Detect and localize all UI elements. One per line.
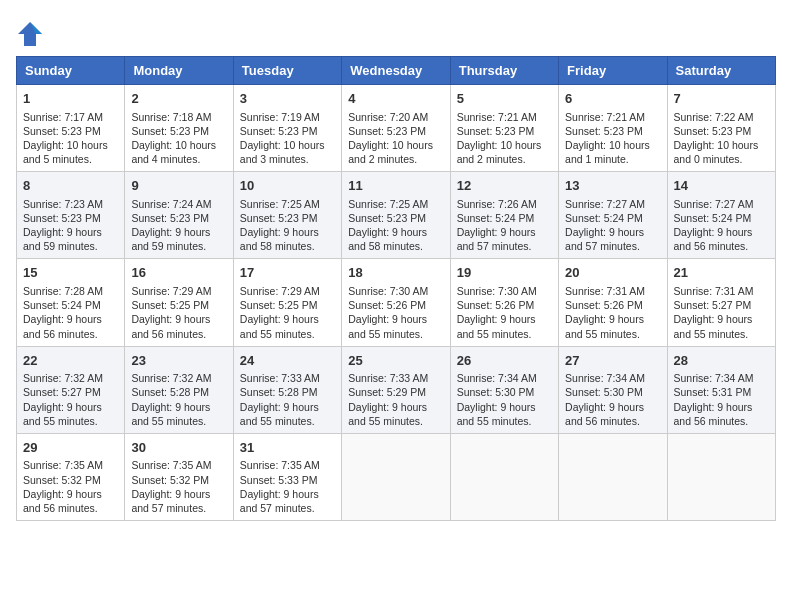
table-row: 1Sunrise: 7:17 AMSunset: 5:23 PMDaylight… [17, 85, 125, 172]
calendar-week-4: 22Sunrise: 7:32 AMSunset: 5:27 PMDayligh… [17, 346, 776, 433]
table-row: 19Sunrise: 7:30 AMSunset: 5:26 PMDayligh… [450, 259, 558, 346]
calendar-header-wednesday: Wednesday [342, 57, 450, 85]
calendar-header-friday: Friday [559, 57, 667, 85]
table-row: 24Sunrise: 7:33 AMSunset: 5:28 PMDayligh… [233, 346, 341, 433]
table-row [450, 433, 558, 520]
table-row: 9Sunrise: 7:24 AMSunset: 5:23 PMDaylight… [125, 172, 233, 259]
page-header [16, 16, 776, 48]
table-row: 14Sunrise: 7:27 AMSunset: 5:24 PMDayligh… [667, 172, 775, 259]
table-row: 7Sunrise: 7:22 AMSunset: 5:23 PMDaylight… [667, 85, 775, 172]
table-row: 25Sunrise: 7:33 AMSunset: 5:29 PMDayligh… [342, 346, 450, 433]
table-row: 8Sunrise: 7:23 AMSunset: 5:23 PMDaylight… [17, 172, 125, 259]
table-row: 17Sunrise: 7:29 AMSunset: 5:25 PMDayligh… [233, 259, 341, 346]
table-row: 11Sunrise: 7:25 AMSunset: 5:23 PMDayligh… [342, 172, 450, 259]
table-row: 10Sunrise: 7:25 AMSunset: 5:23 PMDayligh… [233, 172, 341, 259]
table-row: 5Sunrise: 7:21 AMSunset: 5:23 PMDaylight… [450, 85, 558, 172]
table-row: 15Sunrise: 7:28 AMSunset: 5:24 PMDayligh… [17, 259, 125, 346]
calendar-week-1: 1Sunrise: 7:17 AMSunset: 5:23 PMDaylight… [17, 85, 776, 172]
table-row: 22Sunrise: 7:32 AMSunset: 5:27 PMDayligh… [17, 346, 125, 433]
table-row: 31Sunrise: 7:35 AMSunset: 5:33 PMDayligh… [233, 433, 341, 520]
table-row: 29Sunrise: 7:35 AMSunset: 5:32 PMDayligh… [17, 433, 125, 520]
table-row: 30Sunrise: 7:35 AMSunset: 5:32 PMDayligh… [125, 433, 233, 520]
table-row: 26Sunrise: 7:34 AMSunset: 5:30 PMDayligh… [450, 346, 558, 433]
table-row [342, 433, 450, 520]
table-row: 28Sunrise: 7:34 AMSunset: 5:31 PMDayligh… [667, 346, 775, 433]
table-row [559, 433, 667, 520]
table-row: 16Sunrise: 7:29 AMSunset: 5:25 PMDayligh… [125, 259, 233, 346]
calendar-week-2: 8Sunrise: 7:23 AMSunset: 5:23 PMDaylight… [17, 172, 776, 259]
calendar-header-row: SundayMondayTuesdayWednesdayThursdayFrid… [17, 57, 776, 85]
table-row: 20Sunrise: 7:31 AMSunset: 5:26 PMDayligh… [559, 259, 667, 346]
calendar-header-thursday: Thursday [450, 57, 558, 85]
calendar-header-monday: Monday [125, 57, 233, 85]
table-row: 23Sunrise: 7:32 AMSunset: 5:28 PMDayligh… [125, 346, 233, 433]
table-row [667, 433, 775, 520]
table-row: 4Sunrise: 7:20 AMSunset: 5:23 PMDaylight… [342, 85, 450, 172]
calendar-header-sunday: Sunday [17, 57, 125, 85]
calendar-header-tuesday: Tuesday [233, 57, 341, 85]
calendar-table: SundayMondayTuesdayWednesdayThursdayFrid… [16, 56, 776, 521]
table-row: 13Sunrise: 7:27 AMSunset: 5:24 PMDayligh… [559, 172, 667, 259]
calendar-header-saturday: Saturday [667, 57, 775, 85]
table-row: 21Sunrise: 7:31 AMSunset: 5:27 PMDayligh… [667, 259, 775, 346]
logo [16, 20, 48, 48]
table-row: 27Sunrise: 7:34 AMSunset: 5:30 PMDayligh… [559, 346, 667, 433]
table-row: 3Sunrise: 7:19 AMSunset: 5:23 PMDaylight… [233, 85, 341, 172]
calendar-week-5: 29Sunrise: 7:35 AMSunset: 5:32 PMDayligh… [17, 433, 776, 520]
table-row: 12Sunrise: 7:26 AMSunset: 5:24 PMDayligh… [450, 172, 558, 259]
table-row: 2Sunrise: 7:18 AMSunset: 5:23 PMDaylight… [125, 85, 233, 172]
calendar-week-3: 15Sunrise: 7:28 AMSunset: 5:24 PMDayligh… [17, 259, 776, 346]
table-row: 18Sunrise: 7:30 AMSunset: 5:26 PMDayligh… [342, 259, 450, 346]
logo-icon [16, 20, 44, 48]
table-row: 6Sunrise: 7:21 AMSunset: 5:23 PMDaylight… [559, 85, 667, 172]
